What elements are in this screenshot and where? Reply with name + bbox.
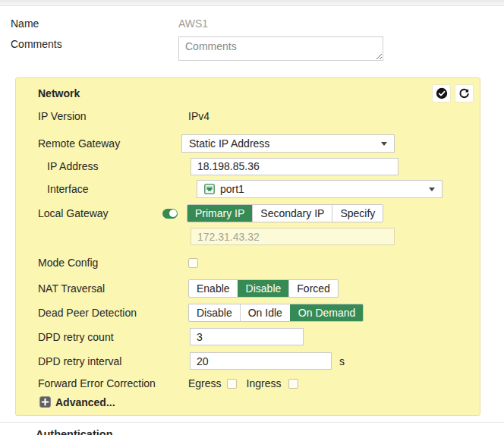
- local-gateway-segment-control: Primary IP Secondary IP Specify: [187, 204, 383, 222]
- remote-gateway-row: Remote Gateway Static IP Address: [38, 134, 480, 153]
- advanced-label: Advanced...: [55, 396, 115, 408]
- nat-traversal-label: NAT Traversal: [38, 282, 188, 295]
- mode-config-checkbox[interactable]: [188, 258, 198, 268]
- ip-version-row: IP Version IPv4: [38, 109, 480, 123]
- local-gateway-ip-input: [191, 228, 395, 245]
- nat-traversal-option-forced[interactable]: Forced: [288, 280, 338, 297]
- dead-peer-detection-label: Dead Peer Detection: [38, 307, 188, 319]
- ip-version-label: IP Version: [38, 110, 188, 122]
- dead-peer-detection-segment-control: Disable On Idle On Demand: [188, 304, 364, 322]
- toolbar-bottom-edge: [0, 0, 504, 6]
- forward-error-correction-label: Forward Error Correction: [38, 377, 188, 389]
- local-gateway-option-secondary-ip[interactable]: Secondary IP: [252, 205, 332, 222]
- ip-address-label: IP Address: [38, 160, 191, 172]
- local-gateway-option-primary-ip[interactable]: Primary IP: [187, 205, 252, 222]
- advanced-link[interactable]: Advanced...: [38, 396, 115, 408]
- interface-select[interactable]: port1: [197, 180, 443, 198]
- mode-config-row: Mode Config: [38, 257, 480, 269]
- ethernet-port-icon: [204, 184, 215, 194]
- dpd-retry-interval-label: DPD retry interval: [38, 355, 190, 367]
- revert-section-button[interactable]: [455, 84, 474, 102]
- ip-address-row: IP Address: [38, 157, 480, 175]
- remote-gateway-selected-value: Static IP Address: [189, 137, 269, 150]
- authentication-section-title[interactable]: Authentication: [36, 428, 504, 435]
- nat-traversal-row: NAT Traversal Enable Disable Forced: [38, 279, 480, 298]
- fec-egress-checkbox[interactable]: [227, 379, 237, 389]
- fec-ingress-checkbox[interactable]: [288, 379, 298, 389]
- ip-address-input[interactable]: [191, 158, 398, 175]
- local-gateway-label: Local Gateway: [38, 207, 162, 219]
- dpd-retry-interval-input[interactable]: [190, 352, 332, 370]
- section-divider: [0, 422, 504, 423]
- advanced-row: Advanced...: [38, 396, 480, 408]
- dpd-option-on-demand[interactable]: On Demand: [290, 304, 363, 321]
- interface-row: Interface port1: [38, 180, 480, 198]
- local-gateway-row: Local Gateway Primary IP Secondary IP Sp…: [38, 204, 480, 222]
- nat-traversal-option-enable[interactable]: Enable: [189, 280, 238, 297]
- local-gateway-option-specify[interactable]: Specify: [332, 205, 383, 222]
- local-gateway-toggle[interactable]: [162, 209, 178, 219]
- fec-egress-label: Egress: [188, 377, 222, 389]
- name-row: Name AWS1: [11, 16, 504, 30]
- interface-label: Interface: [38, 183, 197, 195]
- forward-error-correction-row: Forward Error Correction Egress Ingress: [38, 377, 480, 389]
- local-gateway-ip-row: [38, 228, 480, 245]
- plus-icon: [39, 396, 51, 408]
- dpd-retry-count-row: DPD retry count: [38, 328, 480, 345]
- dpd-retry-count-label: DPD retry count: [38, 331, 190, 343]
- comments-row: Comments: [11, 36, 504, 61]
- nat-traversal-segment-control: Enable Disable Forced: [188, 279, 339, 298]
- name-value: AWS1: [178, 16, 208, 30]
- name-label: Name: [11, 16, 178, 30]
- network-section: Network IP Version: [15, 77, 480, 416]
- comments-textarea[interactable]: [178, 36, 383, 61]
- comments-label: Comments: [11, 36, 178, 50]
- fec-ingress-label: Ingress: [247, 377, 282, 389]
- remote-gateway-label: Remote Gateway: [38, 137, 181, 150]
- interface-selected-value: port1: [220, 183, 244, 195]
- network-section-title: Network: [38, 84, 480, 102]
- dead-peer-detection-row: Dead Peer Detection Disable On Idle On D…: [38, 304, 480, 322]
- remote-gateway-select[interactable]: Static IP Address: [181, 134, 395, 153]
- vpn-tunnel-edit-page: Name AWS1 Comments Network: [0, 0, 504, 435]
- dpd-retry-interval-unit: s: [339, 355, 345, 367]
- dpd-retry-interval-row: DPD retry interval s: [38, 352, 480, 370]
- confirm-section-button[interactable]: [432, 84, 451, 102]
- dpd-option-disable[interactable]: Disable: [189, 304, 240, 321]
- dpd-retry-count-input[interactable]: [190, 328, 304, 345]
- mode-config-label: Mode Config: [38, 257, 188, 269]
- network-section-actions: [432, 84, 474, 102]
- dpd-option-on-idle[interactable]: On Idle: [240, 304, 290, 321]
- chevron-down-icon: [381, 142, 387, 146]
- ip-version-value: IPv4: [188, 110, 209, 122]
- check-circle-icon: [436, 87, 448, 99]
- general-fields: Name AWS1 Comments: [0, 6, 504, 61]
- nat-traversal-option-disable[interactable]: Disable: [238, 280, 289, 297]
- undo-icon: [458, 88, 470, 99]
- chevron-down-icon: [429, 188, 435, 191]
